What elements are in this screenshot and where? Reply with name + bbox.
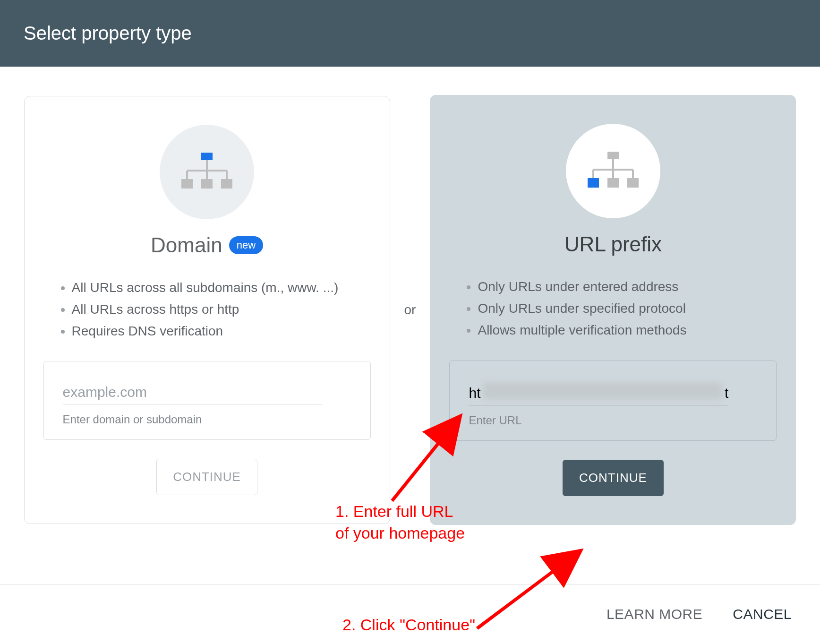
url-input-box: ht t Enter URL xyxy=(449,361,777,441)
svg-rect-15 xyxy=(588,178,599,188)
domain-card-title: Domain xyxy=(151,233,222,257)
domain-title-row: Domain new xyxy=(151,233,263,257)
domain-bullet: All URLs across https or http xyxy=(72,299,376,320)
sitemap-icon xyxy=(585,150,641,192)
url-bullet: Allows multiple verification methods xyxy=(478,319,781,341)
domain-bullets: All URLs across all subdomains (m., www.… xyxy=(39,277,376,343)
dialog-title: Select property type xyxy=(24,23,192,43)
domain-input-helper: Enter domain or subdomain xyxy=(63,413,351,426)
domain-icon-circle xyxy=(160,125,254,219)
svg-rect-17 xyxy=(627,178,639,188)
svg-rect-0 xyxy=(201,153,213,160)
sitemap-icon xyxy=(179,151,235,193)
domain-bullet: Requires DNS verification xyxy=(72,320,376,342)
url-continue-button[interactable]: CONTINUE xyxy=(563,460,664,496)
url-bullet: Only URLs under entered address xyxy=(478,276,781,298)
new-badge: new xyxy=(229,236,263,254)
svg-rect-8 xyxy=(221,179,232,189)
svg-rect-6 xyxy=(181,179,193,189)
domain-input[interactable] xyxy=(63,380,323,404)
annotation-step1: 1. Enter full URL of your homepage xyxy=(335,501,465,544)
domain-card[interactable]: Domain new All URLs across all subdomain… xyxy=(24,96,390,524)
dialog-header: Select property type xyxy=(0,0,820,67)
url-input-helper: Enter URL xyxy=(469,414,757,427)
or-separator: or xyxy=(404,302,416,318)
url-icon-circle xyxy=(566,124,660,218)
svg-rect-16 xyxy=(607,178,619,188)
domain-input-box: Enter domain or subdomain xyxy=(43,361,371,440)
url-bullet: Only URLs under specified protocol xyxy=(478,298,781,319)
svg-rect-9 xyxy=(607,152,619,159)
url-title-row: URL prefix xyxy=(564,232,662,256)
learn-more-button[interactable]: LEARN MORE xyxy=(606,606,702,622)
url-bullets: Only URLs under entered address Only URL… xyxy=(444,276,781,342)
domain-bullet: All URLs across all subdomains (m., www.… xyxy=(72,277,376,299)
url-card-title: URL prefix xyxy=(564,232,662,256)
url-prefix-card[interactable]: URL prefix Only URLs under entered addre… xyxy=(430,95,796,525)
svg-rect-7 xyxy=(201,179,213,189)
cancel-button[interactable]: CANCEL xyxy=(733,606,792,622)
annotation-step2: 2. Click "Continue" xyxy=(342,614,475,636)
domain-continue-button[interactable]: CONTINUE xyxy=(156,459,257,495)
property-type-options: Domain new All URLs across all subdomain… xyxy=(0,67,820,544)
